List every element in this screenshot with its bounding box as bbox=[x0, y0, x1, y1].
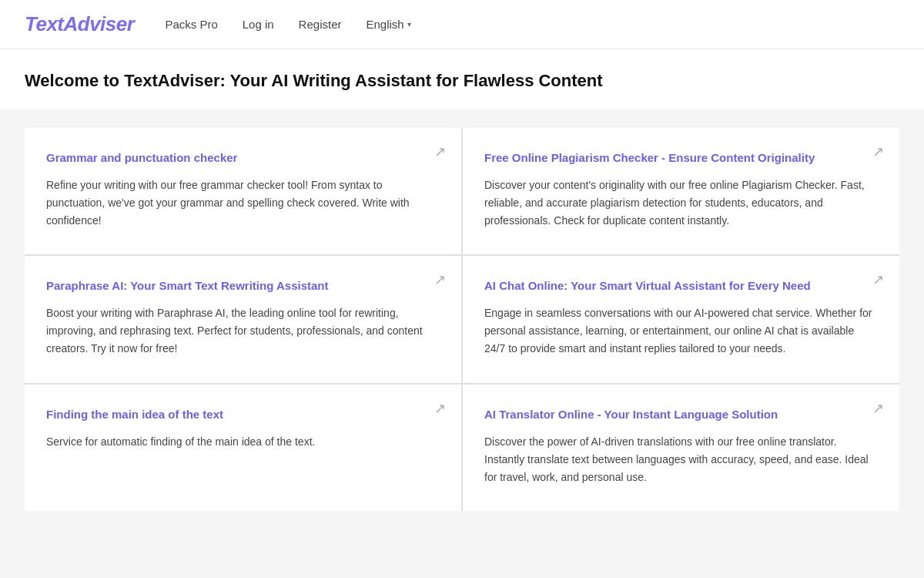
card-arrow-icon: ↗ bbox=[434, 400, 446, 417]
card-plagiarism-checker[interactable]: ↗ Free Online Plagiarism Checker - Ensur… bbox=[463, 128, 899, 254]
main-content: ↗ Grammar and punctuation checker Refine… bbox=[0, 109, 924, 578]
card-description: Discover your content's originality with… bbox=[484, 176, 878, 230]
card-arrow-icon: ↗ bbox=[872, 400, 884, 417]
card-title: Finding the main idea of the text bbox=[46, 406, 440, 422]
card-arrow-icon: ↗ bbox=[872, 271, 884, 288]
cards-grid: ↗ Grammar and punctuation checker Refine… bbox=[25, 128, 899, 511]
card-title: Free Online Plagiarism Checker - Ensure … bbox=[484, 150, 878, 166]
card-grammar-checker[interactable]: ↗ Grammar and punctuation checker Refine… bbox=[25, 128, 461, 254]
card-title: AI Chat Online: Your Smart Virtual Assis… bbox=[484, 277, 878, 294]
nav-packs-pro[interactable]: Packs Pro bbox=[165, 18, 217, 31]
page-title: Welcome to TextAdviser: Your AI Writing … bbox=[25, 71, 899, 91]
language-selector[interactable]: English ▾ bbox=[366, 18, 410, 31]
card-ai-chat[interactable]: ↗ AI Chat Online: Your Smart Virtual Ass… bbox=[463, 256, 899, 382]
card-main-idea[interactable]: ↗ Finding the main idea of the text Serv… bbox=[25, 385, 461, 511]
language-label: English bbox=[366, 18, 403, 31]
nav-login[interactable]: Log in bbox=[243, 18, 274, 31]
card-ai-translator[interactable]: ↗ AI Translator Online - Your Instant La… bbox=[463, 385, 899, 511]
nav-links: Packs Pro Log in Register English ▾ bbox=[165, 18, 899, 31]
card-description: Boost your writing with Paraphrase AI, t… bbox=[46, 304, 440, 358]
nav-register[interactable]: Register bbox=[299, 18, 342, 31]
card-title: Paraphrase AI: Your Smart Text Rewriting… bbox=[46, 277, 440, 294]
card-arrow-icon: ↗ bbox=[872, 143, 884, 160]
card-description: Engage in seamless conversations with ou… bbox=[484, 304, 878, 358]
page-title-bar: Welcome to TextAdviser: Your AI Writing … bbox=[0, 49, 924, 109]
card-title: AI Translator Online - Your Instant Lang… bbox=[484, 406, 878, 422]
card-description: Refine your writing with our free gramma… bbox=[46, 176, 440, 230]
card-description: Service for automatic finding of the mai… bbox=[46, 433, 440, 451]
card-description: Discover the power of AI-driven translat… bbox=[484, 433, 878, 486]
card-title: Grammar and punctuation checker bbox=[46, 150, 440, 166]
logo[interactable]: TextAdviser bbox=[25, 12, 134, 36]
navbar: TextAdviser Packs Pro Log in Register En… bbox=[0, 0, 924, 49]
chevron-down-icon: ▾ bbox=[407, 20, 411, 29]
card-arrow-icon: ↗ bbox=[434, 143, 446, 160]
card-paraphrase-ai[interactable]: ↗ Paraphrase AI: Your Smart Text Rewriti… bbox=[25, 256, 461, 382]
card-arrow-icon: ↗ bbox=[434, 271, 446, 288]
